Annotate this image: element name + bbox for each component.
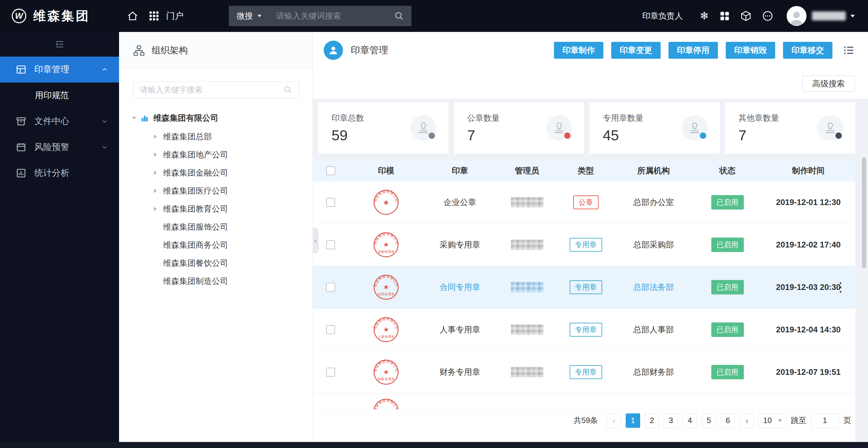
tree-caret-icon[interactable]	[154, 171, 158, 175]
table-row-selected[interactable]: 维森集团有限公司 ★ 合同专用章 合同专用章 专用章 总部法务部 已启用 201…	[313, 266, 855, 309]
seal-management-icon	[16, 64, 27, 75]
row-checkbox[interactable]	[326, 283, 335, 292]
chevron-down-icon	[778, 419, 782, 422]
table-row[interactable]: 维森集团有限公司 ★ 人事专用章 人事专用章 专用章 总部人事部 已启用 201…	[313, 309, 855, 351]
row-checkbox[interactable]	[326, 198, 335, 207]
tree-node-label: 维森集团商务公司	[163, 240, 228, 250]
row-checkbox[interactable]	[326, 240, 335, 249]
search-icon[interactable]	[283, 85, 292, 94]
tree-node[interactable]: 维森集团教育公司	[119, 200, 313, 218]
tree-caret-icon[interactable]	[154, 189, 158, 193]
tree-caret-icon[interactable]	[154, 207, 158, 211]
topbar: W 维森集团 门户 微搜 印章负责人 ❄	[0, 0, 868, 32]
username-redacted	[812, 11, 846, 21]
tree-node[interactable]: 维森集团服饰公司	[119, 218, 313, 236]
sidebar-item-label: 文件中心	[34, 115, 69, 127]
tree-node[interactable]: 维森集团金融公司	[119, 164, 313, 182]
tree-node[interactable]: 维森集团商务公司	[119, 236, 313, 254]
row-checkbox[interactable]	[326, 368, 335, 377]
more-icon[interactable]	[762, 10, 773, 22]
table-row[interactable]: 维森集团有限公司 ★ 企业公章 公章 总部办公室 已启用 2019-12-01 …	[313, 181, 855, 224]
cube-icon[interactable]	[740, 10, 752, 22]
sidebar-collapse-button[interactable]	[0, 32, 119, 57]
table-row[interactable]: 维森集团有限公司 ★ 采购专用章 采购专用章 专用章 总部采购部 已启用 201…	[313, 224, 855, 266]
svg-text:★: ★	[383, 283, 389, 291]
org-tree: 维森集团有限公司 维森集团总部 维森集团地产公司 维森集团金融公司 维森集团医疗…	[119, 105, 313, 290]
svg-text:人事专用章: 人事专用章	[378, 335, 395, 338]
pagination-page-button[interactable]: 5	[702, 413, 716, 428]
tree-caret-icon[interactable]	[154, 135, 158, 139]
tree-node[interactable]: 维森集团总部	[119, 128, 313, 146]
tree-caret-expanded-icon[interactable]	[132, 117, 136, 119]
sidebar-item-file-center[interactable]: 文件中心	[0, 108, 119, 134]
svg-text:★: ★	[383, 326, 389, 333]
table-row-partial[interactable]: 维森集团有限公司	[313, 393, 855, 409]
seal-image: 维森集团有限公司 ★ 财务专用章	[373, 358, 400, 386]
pagination-page-button[interactable]: 2	[645, 413, 659, 428]
status-badge: 已启用	[711, 195, 744, 210]
stat-value: 59	[332, 127, 364, 144]
pagination-page-button[interactable]: 1	[626, 413, 640, 428]
sidebar-item-statistics[interactable]: 统计分析	[0, 160, 119, 186]
pagination-page-button[interactable]: 6	[721, 413, 735, 428]
scrollbar-track[interactable]	[862, 158, 866, 442]
brand[interactable]: W 维森集团	[0, 0, 119, 32]
page-body: 印章管理 用印规范 文件中心 风险预	[0, 32, 868, 442]
pagination-page-button[interactable]: 4	[683, 413, 697, 428]
global-search-input[interactable]	[270, 11, 394, 21]
seal-image: 维森集团有限公司 ★	[373, 189, 400, 216]
scrollbar-thumb[interactable]	[862, 158, 866, 268]
status-badge: 已启用	[711, 365, 744, 379]
seal-transfer-button[interactable]: 印章移交	[783, 42, 832, 59]
list-view-icon[interactable]	[843, 44, 855, 56]
jump-page-input[interactable]	[811, 413, 839, 428]
sidebar-item-risk-warning[interactable]: 风险预警	[0, 134, 119, 160]
user-menu-caret-icon[interactable]	[850, 15, 855, 18]
home-icon[interactable]	[127, 10, 138, 22]
advanced-search-button[interactable]: 高级搜索	[802, 76, 855, 92]
svg-text:★: ★	[383, 368, 389, 376]
sidebar-item-seal-usage-rules[interactable]: 用印规范	[0, 82, 119, 108]
row-checkbox[interactable]	[326, 325, 335, 334]
pagination-prev-button[interactable]: ‹	[607, 413, 621, 428]
seal-destroy-button[interactable]: 印章销毁	[726, 42, 775, 59]
pagination-next-button[interactable]: ›	[740, 413, 754, 428]
portal-label[interactable]: 门户	[166, 10, 184, 22]
tree-node[interactable]: 维森集团制造公司	[119, 272, 313, 290]
sidebar-item-seal-management[interactable]: 印章管理	[0, 57, 119, 82]
column-header: 类型	[558, 165, 614, 176]
statistics-icon	[16, 168, 27, 178]
table-row[interactable]: 维森集团有限公司 ★ 财务专用章 财务专用章 专用章 总部财务部 已启用 201…	[313, 351, 855, 393]
pagination: 共59条 ‹ 1 2 3 4 5 6 › 10 跳至 页	[313, 409, 855, 432]
row-actions-kebab-icon[interactable]: ⋮	[834, 281, 847, 294]
seal-change-button[interactable]: 印章变更	[611, 42, 661, 59]
jump-label: 跳至	[791, 415, 807, 426]
tree-node[interactable]: 维森集团地产公司	[119, 146, 313, 164]
tree-caret-icon[interactable]	[154, 153, 158, 157]
chevron-down-icon	[101, 144, 108, 151]
apps-grid-icon[interactable]	[149, 10, 159, 22]
sidebar-subitem-label: 用印规范	[35, 90, 69, 101]
org-panel-header: 组织架构	[119, 32, 313, 69]
seal-suspend-button[interactable]: 印章停用	[669, 42, 718, 59]
search-scope-label: 微搜	[237, 10, 253, 22]
table-header-row: 印模 印章 管理员 类型 所属机构 状态 制作时间	[313, 160, 855, 181]
page-size-select[interactable]: 10	[758, 413, 786, 428]
pagination-page-button[interactable]: 3	[664, 413, 678, 428]
search-icon[interactable]	[394, 11, 404, 21]
modules-icon[interactable]	[719, 10, 730, 22]
org-search-input[interactable]	[140, 85, 283, 95]
company-icon	[140, 113, 149, 123]
chevron-down-icon	[258, 15, 261, 17]
select-all-checkbox[interactable]	[326, 166, 335, 175]
avatar[interactable]	[786, 6, 807, 26]
tree-node[interactable]: 维森集团医疗公司	[119, 182, 313, 200]
seal-create-button[interactable]: 印章制作	[554, 42, 603, 59]
search-scope-dropdown[interactable]: 微搜	[229, 10, 270, 22]
column-header: 管理员	[496, 165, 558, 176]
snowflake-icon[interactable]: ❄	[700, 10, 709, 22]
panel-collapse-handle[interactable]: ‹	[313, 228, 318, 253]
tree-node[interactable]: 维森集团餐饮公司	[119, 254, 313, 272]
svg-text:★: ★	[383, 241, 389, 248]
tree-node-root[interactable]: 维森集团有限公司	[119, 108, 313, 128]
